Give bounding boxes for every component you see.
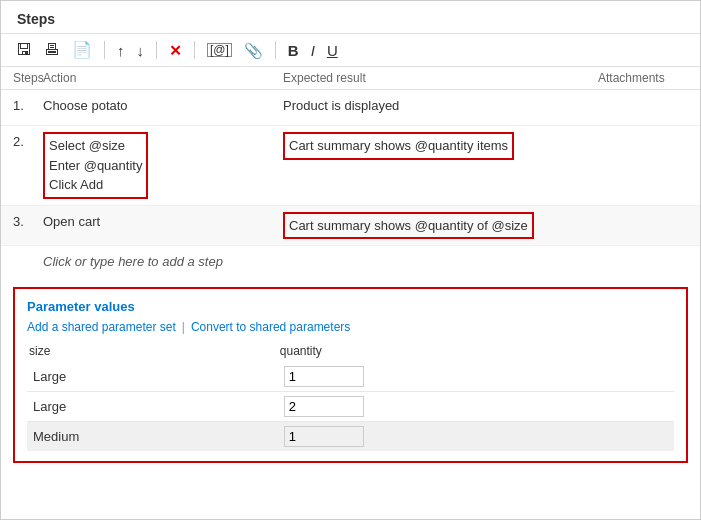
add-step-hint[interactable]: Click or type here to add a step <box>1 246 700 277</box>
convert-to-shared-params-link[interactable]: Convert to shared parameters <box>191 320 350 334</box>
main-container: Steps 🖫 🖶 📄 ↑ ↓ ✕ [@] <box>0 0 701 520</box>
param-size-value[interactable]: Large <box>27 392 278 422</box>
table-row: Large <box>27 362 674 392</box>
param-quantity-input[interactable] <box>284 366 364 387</box>
step-number: 1. <box>13 96 43 113</box>
underline-icon: U <box>327 43 338 58</box>
col-header-action: Action <box>43 71 283 85</box>
step-number: 2. <box>13 132 43 149</box>
table-row: 3. Open cart Cart summary shows @quantit… <box>1 206 700 247</box>
step-number: 3. <box>13 212 43 229</box>
delete-button[interactable]: ✕ <box>166 41 185 60</box>
attach-button[interactable]: 📎 <box>241 41 266 60</box>
toolbar: 🖫 🖶 📄 ↑ ↓ ✕ [@] 📎 <box>1 34 700 67</box>
step-action[interactable]: Select @sizeEnter @quantityClick Add <box>43 132 283 199</box>
move-up-button[interactable]: ↑ <box>114 41 128 60</box>
step-expected[interactable]: Cart summary shows @quantity of @size <box>283 212 598 240</box>
param-quantity-input[interactable] <box>284 396 364 417</box>
add-step-icon: 🖫 <box>16 42 32 58</box>
param-link-separator: | <box>182 320 185 334</box>
step-action-highlighted[interactable]: Select @sizeEnter @quantityClick Add <box>43 132 148 199</box>
col-header-attachments: Attachments <box>598 71 688 85</box>
col-header-steps: Steps <box>13 71 43 85</box>
section-title: Steps <box>1 1 700 34</box>
underline-button[interactable]: U <box>324 41 341 60</box>
add-step-button[interactable]: 🖫 <box>13 40 35 60</box>
toolbar-divider-1 <box>104 41 105 59</box>
param-quantity-input[interactable] <box>284 426 364 447</box>
table-row: 2. Select @sizeEnter @quantityClick Add … <box>1 126 700 206</box>
param-section-title: Parameter values <box>27 299 674 314</box>
delete-icon: ✕ <box>169 43 182 58</box>
table-row: Medium <box>27 422 674 452</box>
param-quantity-value <box>278 362 674 392</box>
move-down-button[interactable]: ↓ <box>134 41 148 60</box>
add-action-icon: 🖶 <box>44 42 60 58</box>
param-size-value[interactable]: Large <box>27 362 278 392</box>
table-row: 1. Choose potato Product is displayed <box>1 90 700 126</box>
bold-icon: B <box>288 43 299 58</box>
italic-icon: I <box>311 43 315 58</box>
insert-step-icon: 📄 <box>72 42 92 58</box>
parameter-button[interactable]: [@] <box>204 41 235 59</box>
param-quantity-value <box>278 392 674 422</box>
add-action-button[interactable]: 🖶 <box>41 40 63 60</box>
col-header-expected: Expected result <box>283 71 598 85</box>
toolbar-divider-2 <box>156 41 157 59</box>
param-col-quantity: quantity <box>278 342 674 362</box>
parameter-values-section: Parameter values Add a shared parameter … <box>13 287 688 463</box>
param-quantity-value <box>278 422 674 452</box>
steps-table-header: Steps Action Expected result Attachments <box>1 67 700 90</box>
add-shared-param-set-link[interactable]: Add a shared parameter set <box>27 320 176 334</box>
move-down-icon: ↓ <box>137 43 145 58</box>
step-expected[interactable]: Cart summary shows @quantity items <box>283 132 598 160</box>
italic-button[interactable]: I <box>308 41 318 60</box>
step-action[interactable]: Choose potato <box>43 96 283 116</box>
attach-icon: 📎 <box>244 43 263 58</box>
move-up-icon: ↑ <box>117 43 125 58</box>
step-expected-highlighted[interactable]: Cart summary shows @quantity items <box>283 132 514 160</box>
param-col-size: size <box>27 342 278 362</box>
bold-button[interactable]: B <box>285 41 302 60</box>
insert-step-button[interactable]: 📄 <box>69 40 95 60</box>
step-expected-highlighted[interactable]: Cart summary shows @quantity of @size <box>283 212 534 240</box>
parameter-icon: [@] <box>207 43 232 57</box>
step-expected[interactable]: Product is displayed <box>283 96 598 116</box>
param-size-value[interactable]: Medium <box>27 422 278 452</box>
param-links: Add a shared parameter set | Convert to … <box>27 320 674 334</box>
toolbar-divider-3 <box>194 41 195 59</box>
table-row: Large <box>27 392 674 422</box>
step-action[interactable]: Open cart <box>43 212 283 232</box>
steps-table: 1. Choose potato Product is displayed 2.… <box>1 90 700 519</box>
toolbar-divider-4 <box>275 41 276 59</box>
param-table: size quantity Large Large <box>27 342 674 451</box>
